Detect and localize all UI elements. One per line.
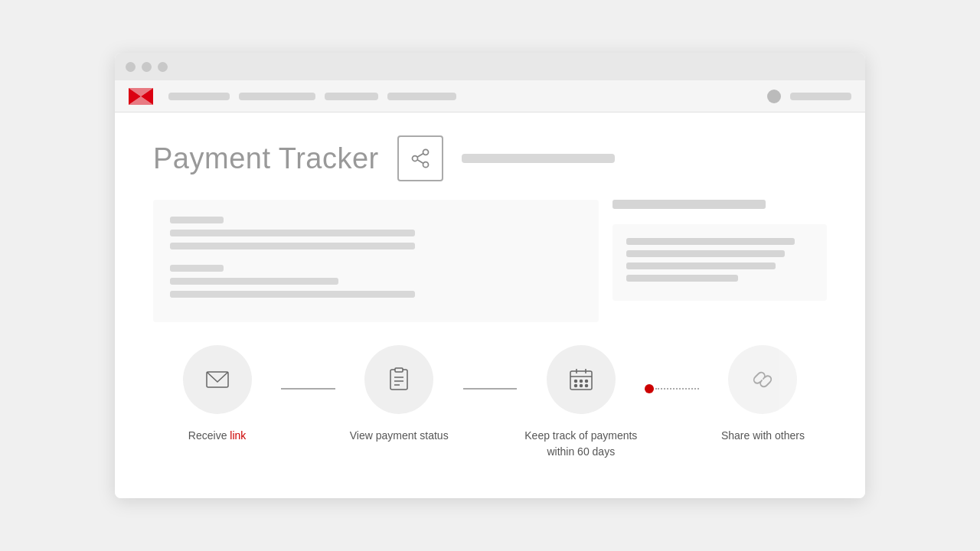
user-avatar xyxy=(767,90,781,103)
connector-1 xyxy=(281,388,335,390)
connector-dotted xyxy=(645,388,698,390)
user-name xyxy=(790,93,851,100)
browser-navbar xyxy=(115,80,865,112)
placeholder-line-2b xyxy=(170,291,415,298)
step-label-share-with-others: Share with others xyxy=(721,428,805,444)
svg-line-8 xyxy=(417,154,423,158)
placeholder-line-1b xyxy=(170,243,415,249)
step-circle-receive-link xyxy=(183,345,252,414)
rc-line-4 xyxy=(626,275,738,282)
titlebar-dot-1 xyxy=(126,62,136,72)
browser-titlebar xyxy=(115,53,865,80)
content-area xyxy=(153,200,827,322)
step-share-with-others: Share with others xyxy=(699,345,827,444)
step-label-keep-track: Keep track of payments within 60 days xyxy=(517,428,645,460)
placeholder-label-1 xyxy=(170,217,224,223)
step-receive-link: Receive link xyxy=(153,345,281,444)
titlebar-dot-2 xyxy=(142,62,152,72)
link-text[interactable]: link xyxy=(230,429,246,442)
svg-point-20 xyxy=(580,380,582,383)
svg-point-24 xyxy=(585,385,587,387)
page-title: Payment Tracker xyxy=(153,142,379,175)
svg-point-19 xyxy=(574,380,577,383)
nav-item-3[interactable] xyxy=(325,93,378,100)
share-button[interactable] xyxy=(397,135,443,181)
connector-2 xyxy=(463,388,517,390)
envelope-icon xyxy=(203,365,232,394)
share-icon xyxy=(410,148,431,169)
browser-window: Payment Tracker xyxy=(115,53,865,498)
step-circle-share-with-others xyxy=(728,345,797,414)
hsbc-logo xyxy=(129,88,153,105)
calendar-icon xyxy=(567,365,596,394)
step-view-payment-status: View payment status xyxy=(335,345,463,444)
step-label-receive-link: Receive link xyxy=(188,428,246,444)
svg-point-5 xyxy=(412,156,417,161)
placeholder-label-2 xyxy=(170,265,224,272)
placeholder-line-2a xyxy=(170,278,338,285)
nav-item-1[interactable] xyxy=(168,93,230,100)
dotted-line xyxy=(655,388,698,390)
svg-rect-11 xyxy=(395,368,403,372)
page-content: Payment Tracker xyxy=(115,112,865,498)
link-icon xyxy=(748,365,777,394)
right-card xyxy=(612,224,827,301)
svg-rect-10 xyxy=(390,370,407,390)
nav-item-4[interactable] xyxy=(387,93,456,100)
nav-item-2[interactable] xyxy=(239,93,315,100)
svg-point-21 xyxy=(585,380,587,383)
rc-line-2 xyxy=(626,250,785,257)
svg-line-7 xyxy=(417,160,423,164)
connector-red-dot xyxy=(645,384,654,393)
rc-line-1 xyxy=(626,238,795,245)
left-panel xyxy=(153,200,599,322)
step-keep-track: Keep track of payments within 60 days xyxy=(517,345,645,460)
svg-point-23 xyxy=(580,385,582,387)
step-circle-keep-track xyxy=(547,345,616,414)
right-panel-header xyxy=(612,200,766,209)
svg-point-22 xyxy=(574,385,577,387)
header-placeholder xyxy=(462,154,615,163)
placeholder-line-1a xyxy=(170,230,415,236)
rc-line-3 xyxy=(626,262,776,269)
steps-section: Receive link View payment status xyxy=(153,345,827,468)
hsbc-logo-icon xyxy=(129,88,153,105)
svg-point-6 xyxy=(423,162,428,168)
clipboard-icon xyxy=(384,365,413,394)
right-panel xyxy=(612,200,827,322)
step-circle-view-payment-status xyxy=(364,345,433,414)
titlebar-dot-3 xyxy=(158,62,168,72)
svg-point-4 xyxy=(423,149,428,155)
step-label-view-payment-status: View payment status xyxy=(350,428,449,444)
page-header: Payment Tracker xyxy=(153,135,827,181)
